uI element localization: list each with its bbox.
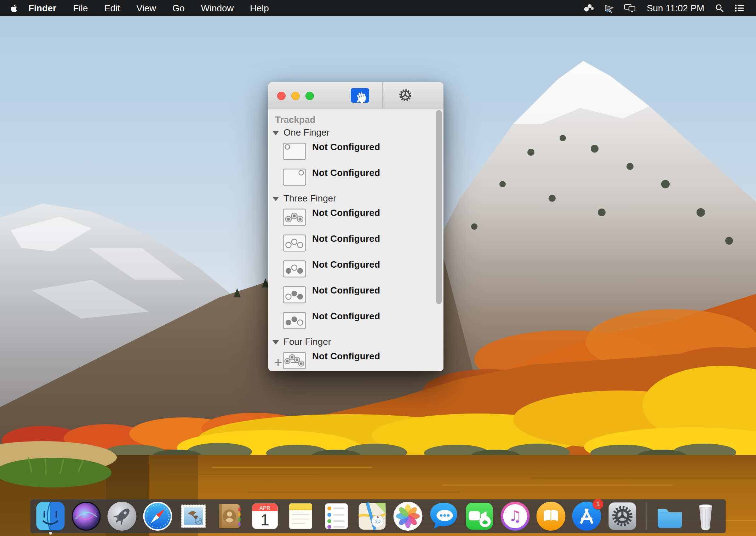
gesture-list: Trackpad One FingerNot ConfiguredNot Con…	[268, 109, 443, 371]
section-label: One Finger	[284, 127, 330, 138]
gesture-row[interactable]: Not Configured	[283, 352, 443, 371]
apple-menu[interactable]	[6, 0, 24, 16]
dock-trash-icon[interactable]	[690, 501, 721, 532]
gesture-row[interactable]: Not Configured	[283, 209, 443, 227]
zoom-button[interactable]	[305, 92, 314, 100]
dock-calendar-icon[interactable]: APR 1	[250, 501, 281, 532]
toolbar-separator	[382, 82, 383, 109]
disclosure-triangle-icon[interactable]	[273, 131, 279, 135]
dock-notes-icon[interactable]	[285, 501, 316, 532]
dock: APR 1 3D ♫	[30, 499, 726, 533]
disclosure-triangle-icon[interactable]	[273, 340, 279, 344]
gesture-row[interactable]: Not Configured	[283, 169, 443, 187]
gesture-row[interactable]: Not Configured	[283, 286, 443, 305]
gesture-label: Not Configured	[312, 168, 380, 178]
gesture-row[interactable]: Not Configured	[283, 312, 443, 331]
menu-edit[interactable]: Edit	[96, 3, 128, 14]
menu-bar-right: Sun 11:02 PM	[579, 0, 750, 16]
dock-books-icon[interactable]	[536, 501, 567, 532]
dock-mail-icon[interactable]	[178, 501, 209, 532]
gesture-icon-three-rings	[283, 209, 306, 227]
menu-go[interactable]: Go	[164, 3, 193, 14]
gesture-row[interactable]: Not Configured	[283, 234, 443, 253]
notification-badge: 1	[593, 499, 603, 509]
spotlight-icon[interactable]	[710, 0, 729, 16]
gesture-config-window: Trackpad One FingerNot ConfiguredNot Con…	[268, 82, 443, 371]
menu-help[interactable]: Help	[242, 3, 277, 14]
minimize-button[interactable]	[291, 92, 300, 100]
gesture-icon-hollow-filled-filled	[283, 286, 306, 305]
settings-tab[interactable]	[398, 88, 412, 102]
svg-text:APR: APR	[259, 505, 270, 511]
dock-finder-icon[interactable]	[35, 501, 66, 532]
dock-itunes-icon[interactable]: ♫	[500, 501, 531, 532]
svg-text:3D: 3D	[375, 519, 381, 524]
section-label: Three Finger	[284, 193, 336, 204]
running-indicator	[49, 532, 52, 535]
section-header-four-finger[interactable]: Four Finger	[273, 336, 443, 347]
dock-siri-icon[interactable]	[71, 501, 102, 532]
notification-center-icon[interactable]	[729, 0, 750, 16]
menu-app-name[interactable]: Finder	[24, 3, 65, 14]
menu-bar-left: Finder FileEditViewGoWindowHelp	[6, 0, 277, 16]
gesture-label: Not Configured	[312, 208, 380, 218]
gear-icon	[398, 88, 412, 102]
section-header-three-finger[interactable]: Three Finger	[273, 193, 443, 204]
trackpad-tab[interactable]	[351, 88, 369, 103]
gesture-icon-three-hollow	[283, 234, 306, 253]
menu-view[interactable]: View	[128, 3, 164, 14]
dock-safari-icon[interactable]	[142, 501, 173, 532]
dock-app-store-icon[interactable]: 1	[571, 501, 602, 532]
gesture-label: Not Configured	[312, 286, 380, 295]
app-circles-status-icon[interactable]	[579, 0, 599, 16]
gesture-icon-filled-filled-hollow	[283, 312, 306, 331]
dock-facetime-icon[interactable]	[464, 501, 495, 532]
dock-separator	[646, 502, 647, 530]
dock-contacts-icon[interactable]	[214, 501, 245, 532]
hand-on-trackpad-icon	[351, 88, 369, 103]
gesture-label: Not Configured	[312, 352, 380, 361]
list-footer-buttons: + −	[274, 355, 298, 370]
menu-items: FileEditViewGoWindowHelp	[65, 3, 277, 14]
gesture-row[interactable]: Not Configured	[283, 143, 443, 161]
disclosure-triangle-icon[interactable]	[273, 197, 279, 201]
gesture-label: Not Configured	[312, 312, 380, 321]
dock-folder-icon[interactable]	[654, 501, 686, 532]
pointer-status-icon[interactable]	[599, 0, 619, 16]
section-label: Four Finger	[284, 336, 331, 347]
dock-launchpad-icon[interactable]	[107, 501, 138, 532]
menu-file[interactable]: File	[65, 3, 96, 14]
add-gesture-button[interactable]: +	[274, 355, 282, 370]
window-toolbar[interactable]	[268, 82, 443, 109]
svg-text:1: 1	[260, 511, 269, 529]
gesture-icon-tap-top-right-corner	[283, 169, 306, 187]
menu-bar-clock[interactable]: Sun 11:02 PM	[641, 3, 710, 14]
svg-text:♫: ♫	[509, 507, 522, 525]
gesture-icon-tap-top-left-corner	[283, 143, 306, 161]
gesture-sections: One FingerNot ConfiguredNot ConfiguredTh…	[268, 127, 443, 371]
remove-gesture-button[interactable]: −	[290, 355, 298, 370]
dock-system-preferences-icon[interactable]	[607, 501, 638, 532]
section-header-one-finger[interactable]: One Finger	[273, 127, 443, 138]
dock-photos-icon[interactable]	[393, 501, 424, 532]
menu-window[interactable]: Window	[193, 3, 242, 14]
scrollbar-thumb[interactable]	[436, 110, 442, 304]
dock-messages-icon[interactable]	[428, 501, 459, 532]
gesture-label: Not Configured	[312, 142, 380, 152]
gesture-label: Not Configured	[312, 234, 380, 244]
menu-bar: Finder FileEditViewGoWindowHelp Sun 11:0…	[0, 0, 756, 16]
apple-icon	[10, 3, 18, 13]
dock-reminders-icon[interactable]	[321, 501, 352, 532]
list-title: Trackpad	[275, 114, 443, 125]
gesture-row[interactable]: Not Configured	[283, 260, 443, 279]
gesture-icon-filled-hollow-filled	[283, 260, 306, 279]
displays-status-icon[interactable]	[619, 0, 641, 16]
gesture-label: Not Configured	[312, 260, 380, 269]
dock-maps-icon[interactable]: 3D	[357, 501, 388, 532]
traffic-lights	[277, 92, 314, 100]
close-button[interactable]	[277, 92, 286, 100]
